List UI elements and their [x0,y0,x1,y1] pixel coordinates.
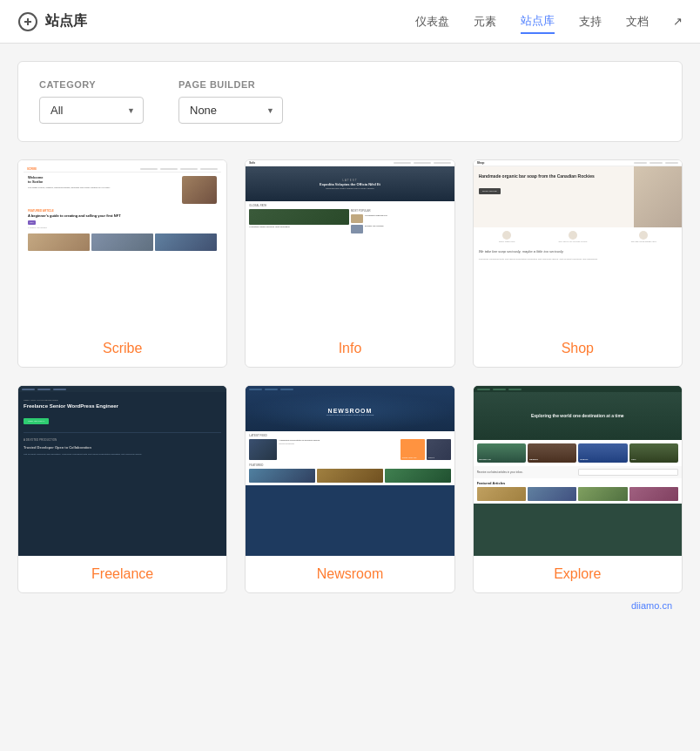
filter-row: CATEGORY All Blog Business Portfolio Sho… [39,79,661,124]
freelance-preview: HIRE A FULL STACK DEVELOPER Freelance Se… [18,386,226,556]
header: 站点库 仪表盘 元素 站点库 支持 文档 ↗ [0,0,700,44]
nav-docs[interactable]: 文档 [626,10,649,33]
page-builder-filter-group: PAGE BUILDER None Elementor Gutenberg Di… [178,79,283,124]
category-filter-group: CATEGORY All Blog Business Portfolio Sho… [39,79,144,124]
scribe-title: Scribe [18,330,226,367]
freelance-title: Freelance [18,556,226,592]
explore-preview: Exploring the world one destination at a… [474,386,682,556]
main-content: CATEGORY All Blog Business Portfolio Sho… [0,44,700,635]
page-builder-select[interactable]: None Elementor Gutenberg Divi [178,97,283,124]
nav-dashboard[interactable]: 仪表盘 [415,10,449,33]
theme-card-newsroom[interactable]: NEWSROOM JOURNALISM FOR EVERYONE EVERYWH… [245,385,454,593]
scribe-nav: SCRIBE [24,166,221,173]
scribe-preview: SCRIBE Welcometo Scribe The latest in te… [18,160,226,330]
header-nav: 仪表盘 元素 站点库 支持 文档 ↗ [415,10,683,34]
themes-grid: SCRIBE Welcometo Scribe The latest in te… [17,159,683,593]
external-link-icon: ↗ [673,15,683,28]
page-builder-label: PAGE BUILDER [178,79,283,90]
scribe-hero: Welcometo Scribe The latest in tech, sci… [24,173,221,207]
logo-text: 站点库 [45,12,87,30]
theme-card-info[interactable]: Sofo LATEST Expedita Voluptas the Offici… [245,159,454,368]
category-label: CATEGORY [39,79,144,90]
nav-elements[interactable]: 元素 [474,10,496,33]
nav-support[interactable]: 支持 [579,10,602,33]
newsroom-title: Newsroom [246,556,454,592]
newsroom-preview: NEWSROOM JOURNALISM FOR EVERYONE EVERYWH… [246,386,454,556]
explore-title: Explore [474,556,682,592]
theme-card-shop[interactable]: Shop Handmade organic bar soap from the … [473,159,683,368]
watermark: diiamo.cn [17,593,683,618]
category-select-wrapper: All Blog Business Portfolio Shop [39,97,144,124]
theme-card-scribe[interactable]: SCRIBE Welcometo Scribe The latest in te… [17,159,227,368]
category-select[interactable]: All Blog Business Portfolio Shop [39,97,144,124]
shop-preview: Shop Handmade organic bar soap from the … [474,160,682,330]
info-preview: Sofo LATEST Expedita Voluptas the Offici… [246,160,454,330]
shop-title: Shop [474,330,682,367]
info-title: Info [246,330,454,367]
nav-sites[interactable]: 站点库 [521,10,555,34]
logo: 站点库 [17,11,87,32]
filter-bar: CATEGORY All Blog Business Portfolio Sho… [17,61,683,142]
page-builder-select-wrapper: None Elementor Gutenberg Divi [178,97,283,124]
logo-icon [17,11,38,32]
theme-card-freelance[interactable]: HIRE A FULL STACK DEVELOPER Freelance Se… [17,385,227,593]
theme-card-explore[interactable]: Exploring the world one destination at a… [473,385,683,593]
